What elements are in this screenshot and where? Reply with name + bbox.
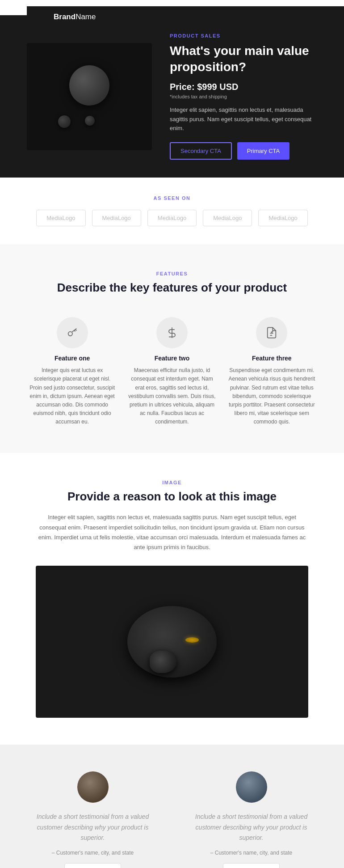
testimonial-name-2: – Customer's name, city, and state — [210, 850, 292, 856]
image-title: Provide a reason to look at this image — [36, 490, 308, 504]
media-logo-1: MediaLogo — [36, 210, 85, 226]
feature-desc-2: Maecenas efficitur nulla justo, id conse… — [127, 366, 217, 426]
image-section: IMAGE Provide a reason to look at this i… — [0, 453, 344, 744]
testimonial-name-1: – Customer's name, city, and state — [52, 850, 134, 856]
feature-item-3: Feature three Suspendisse eget condiment… — [227, 317, 316, 426]
feature-name-2: Feature two — [155, 355, 190, 362]
earbud-accent — [185, 637, 199, 643]
testimonial-text-1: Include a short testimonial from a value… — [26, 812, 160, 843]
features-grid: Feature one Integer quis erat luctus ex … — [27, 317, 317, 426]
testimonial-avatar-2 — [236, 771, 267, 803]
product-bud-right — [85, 116, 95, 126]
hero-product-image — [27, 43, 152, 150]
svg-line-3 — [74, 330, 75, 331]
product-image-block — [36, 566, 308, 718]
features-section: FEATURES Describe the key features of yo… — [0, 244, 344, 453]
svg-point-0 — [68, 332, 72, 336]
image-label: IMAGE — [36, 480, 308, 485]
testimonial-item-1: Include a short testimonial from a value… — [26, 771, 160, 868]
feature-desc-1: Integer quis erat luctus ex scelerisque … — [28, 366, 117, 426]
feature-name-1: Feature one — [55, 355, 90, 362]
feature-item-2: Feature two Maecenas efficitur nulla jus… — [127, 317, 217, 426]
hero-secondary-cta[interactable]: Secondary CTA — [170, 142, 232, 160]
dollar-icon — [166, 326, 178, 339]
hero-title: What's your main value proposition? — [170, 43, 317, 76]
company-logo-2: CompanyLogo — [223, 863, 280, 868]
earbud-bud — [150, 651, 176, 673]
product-visual — [45, 56, 134, 137]
testimonial-avatar-1 — [77, 771, 109, 803]
testimonial-item-2: Include a short testimonial from a value… — [185, 771, 319, 868]
hero-content: PRODUCT SALES What's your main value pro… — [170, 33, 317, 160]
feature-desc-3: Suspendisse eget condimentum mi. Aenean … — [227, 366, 316, 426]
header-brand-light: Name — [76, 13, 96, 21]
file-icon — [265, 326, 278, 339]
header-brand: BrandName — [27, 6, 344, 21]
hero-price: Price: $999 USD — [170, 82, 317, 92]
media-logos: MediaLogo MediaLogo MediaLogo MediaLogo … — [18, 210, 326, 226]
feature-name-3: Feature three — [252, 355, 292, 362]
hero-label: PRODUCT SALES — [170, 33, 317, 38]
product-circle — [69, 65, 109, 106]
hero-primary-cta[interactable]: Primary CTA — [237, 142, 289, 160]
product-bud-left — [58, 115, 71, 128]
feature-icon-circle-2 — [156, 317, 188, 348]
media-label: AS SEEN ON — [18, 195, 326, 201]
feature-item-1: Feature one Integer quis erat luctus ex … — [28, 317, 117, 426]
image-description: Integer elit sapien, sagittis non lectus… — [36, 512, 308, 552]
media-logo-5: MediaLogo — [258, 210, 307, 226]
media-section: AS SEEN ON MediaLogo MediaLogo MediaLogo… — [0, 178, 344, 244]
testimonials-section: Include a short testimonial from a value… — [0, 745, 344, 868]
media-logo-3: MediaLogo — [147, 210, 197, 226]
hero-description: Integer elit sapien, sagittis non lectus… — [170, 106, 317, 133]
media-logo-4: MediaLogo — [203, 210, 252, 226]
header-brand-bold: Brand — [54, 13, 76, 21]
feature-icon-circle-3 — [256, 317, 287, 348]
hero-price-note: *includes tax and shipping — [170, 94, 317, 99]
key-icon — [66, 326, 79, 339]
hero-buttons: Secondary CTA Primary CTA — [170, 142, 317, 160]
svg-line-2 — [76, 330, 76, 330]
company-logo-1: CompanyLogo — [64, 863, 121, 868]
features-label: FEATURES — [27, 271, 317, 276]
feature-icon-circle-1 — [57, 317, 88, 348]
hero-section: PRODUCT SALES What's your main value pro… — [0, 15, 344, 178]
media-logo-2: MediaLogo — [92, 210, 141, 226]
earbud-visual — [114, 593, 230, 691]
testimonial-text-2: Include a short testimonial from a value… — [185, 812, 319, 843]
features-title: Describe the key features of your produc… — [27, 281, 317, 295]
